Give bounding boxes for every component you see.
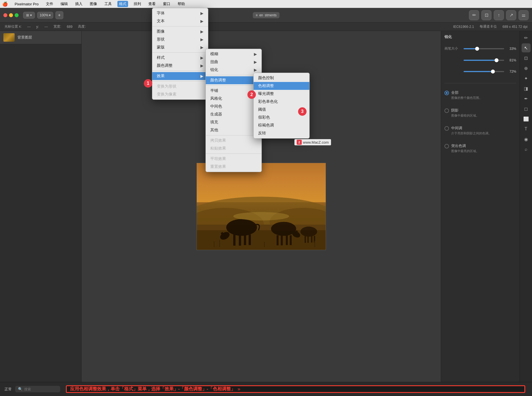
view-toggle[interactable]: ⊞ ▾	[23, 12, 35, 19]
search-box[interactable]: 🔍	[15, 386, 60, 392]
chevron-down-icon: ▾	[30, 13, 32, 17]
zoom-tool[interactable]: ⌕	[522, 145, 531, 154]
shape-tool[interactable]: ◻	[522, 104, 531, 113]
height-label: 高度:	[78, 24, 86, 29]
radio-midtones-circle[interactable]	[444, 126, 449, 131]
svg-rect-17	[286, 235, 288, 245]
layer-name: 背景图层	[17, 35, 32, 40]
svg-rect-8	[233, 234, 236, 246]
zoom-value: 100%	[40, 13, 48, 17]
layer-item[interactable]: 背景图层	[0, 31, 81, 44]
crop-tool-btn[interactable]: ⊡	[481, 10, 491, 20]
svg-rect-27	[264, 242, 265, 247]
retouch-tool[interactable]: ✦	[522, 74, 531, 83]
radio-highlights[interactable]: 突出色调 图像中最亮的区域。	[444, 143, 516, 153]
radio-all-label: 全部	[451, 90, 482, 95]
retouch-tool-btn[interactable]: ✏	[469, 10, 479, 20]
adjustments-btn[interactable]: ⚌	[518, 10, 529, 20]
menubar-view[interactable]: 查看	[147, 1, 157, 7]
canvas-area[interactable]	[82, 31, 441, 382]
minimize-button[interactable]	[9, 13, 13, 17]
brush-size-row: 画笔大小 33%	[444, 46, 516, 51]
tool-sidebar: ✏ ↖ ⊡ ⊕ ✦ ◨ ✒ ◻ ⬜ T ◉ ⌕	[520, 31, 532, 382]
menubar-window[interactable]: 窗口	[161, 1, 172, 7]
fullscreen-button[interactable]	[15, 13, 19, 17]
export-btn[interactable]: ↑	[494, 10, 504, 20]
svg-point-24	[233, 212, 289, 221]
search-icon: 🔍	[18, 387, 23, 391]
adjustments-panel: 锐化 画笔大小 33% 81% 72%	[441, 31, 520, 382]
zoom-control[interactable]: 100% ▾	[37, 12, 53, 19]
selection-tool[interactable]: ⊡	[522, 54, 531, 63]
radio-midtones-label: 中间调	[451, 126, 491, 131]
cursor-tool[interactable]: ↖	[522, 43, 531, 52]
text-tool[interactable]: T	[522, 124, 531, 134]
add-button[interactable]: +	[55, 11, 63, 19]
menubar-format[interactable]: 格式	[117, 1, 128, 7]
close-button[interactable]	[3, 13, 7, 17]
menubar-tools[interactable]: 工具	[103, 1, 113, 7]
color-profile: IEC61966-2.1	[453, 25, 474, 29]
radio-shadows-desc: 图像中最暗的区域。	[451, 114, 479, 118]
eraser-tool[interactable]: ⬜	[522, 114, 531, 123]
radio-shadows-circle[interactable]	[444, 108, 449, 113]
radio-highlights-circle[interactable]	[444, 144, 449, 148]
main-layout: 背景图层	[0, 31, 532, 382]
strength-row: 72%	[444, 70, 516, 74]
menubar-image[interactable]: 图像	[88, 1, 99, 7]
menubar-insert[interactable]: 插入	[73, 1, 84, 7]
menubar-edit[interactable]: 编辑	[59, 1, 70, 7]
apple-menu[interactable]: 🍎	[2, 1, 8, 7]
cursor-x-label: 光标位置 x:	[5, 24, 22, 29]
layer-thumbnail	[3, 33, 15, 42]
width-value: 689	[67, 25, 72, 29]
dimensions: 689 x 451 72 dpi	[502, 25, 527, 29]
svg-rect-28	[314, 241, 315, 247]
softness-slider[interactable]	[464, 60, 504, 61]
toolbar: ⊞ ▾ 100% ▾ + ≡ en stments ✏ ⊡ ↑ ↗ ⚌	[0, 8, 532, 23]
document-name: ≡ en stments	[253, 12, 279, 18]
width-label: 宽度:	[53, 24, 61, 29]
bit-depth: 每通道 8 位	[480, 24, 497, 29]
color-tool[interactable]: ◨	[522, 84, 531, 93]
radio-shadows[interactable]: 阴影 图像中最暗的区域。	[444, 108, 516, 118]
paint-tool[interactable]: ✏	[522, 33, 531, 42]
panel-title: 锐化	[444, 34, 516, 39]
svg-rect-26	[219, 240, 220, 247]
cursor-x-value: ---	[27, 25, 31, 29]
blend-mode: 正常	[5, 387, 12, 392]
svg-rect-21	[307, 236, 309, 243]
cursor-y-value: ---	[44, 25, 48, 29]
infobar: 光标位置 x: --- y: --- 宽度: 689 高度: IEC61966-…	[0, 23, 532, 31]
svg-rect-15	[277, 235, 279, 245]
brush-size-value: 33%	[506, 47, 516, 51]
chevron-down-icon: ▾	[49, 13, 51, 17]
svg-point-5	[226, 219, 257, 236]
menubar-arrange[interactable]: 排列	[132, 1, 143, 7]
view-icon: ⊞	[26, 13, 29, 17]
pen-tool[interactable]: ✒	[522, 94, 531, 103]
menubar-app[interactable]: Pixelmator Pro	[13, 1, 40, 7]
toolbar-right: ✏ ⊡ ↑ ↗ ⚌	[469, 10, 529, 20]
crop-tool[interactable]: ⊕	[522, 64, 531, 73]
svg-point-19	[300, 227, 317, 237]
search-input[interactable]	[24, 387, 57, 391]
menubar-file[interactable]: 文件	[44, 1, 55, 7]
share-btn[interactable]: ↗	[506, 10, 516, 20]
radio-highlights-desc: 图像中最亮的区域。	[451, 149, 479, 153]
radio-midtones[interactable]: 中间调 介于亮部和阴影之间的色调。	[444, 126, 516, 135]
bucket-tool[interactable]: ◉	[522, 135, 531, 144]
brush-size-label: 画笔大小	[444, 46, 461, 51]
strength-value: 72%	[506, 70, 516, 74]
strength-slider[interactable]	[464, 71, 504, 72]
radio-all-circle[interactable]	[444, 91, 449, 95]
svg-rect-11	[249, 234, 251, 245]
menubar-help[interactable]: 帮助	[176, 1, 187, 7]
radio-all[interactable]: 全部 图像的整个颜色范围。	[444, 90, 516, 100]
svg-rect-25	[214, 241, 214, 247]
instruction-text: 应用色相调整效果，单击「格式」菜单，选择「效果」-「颜色调整」-「色相调整」	[70, 386, 235, 392]
doc-icon: ≡	[256, 13, 258, 17]
bottom-bar: 正常 🔍 应用色相调整效果，单击「格式」菜单，选择「效果」-「颜色调整」-「色相…	[0, 382, 532, 396]
brush-size-slider[interactable]	[464, 48, 504, 49]
svg-rect-20	[305, 236, 306, 243]
